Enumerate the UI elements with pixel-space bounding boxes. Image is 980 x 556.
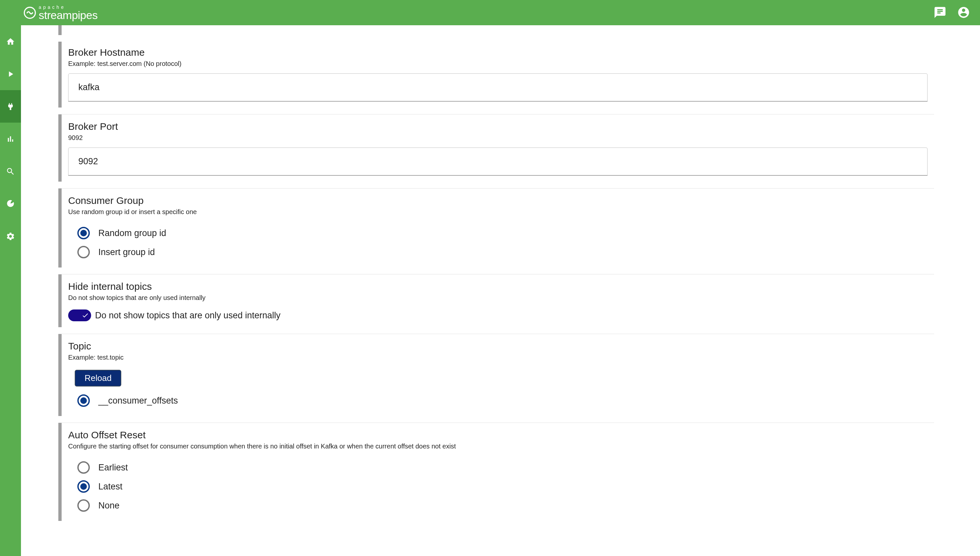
radio-label: __consumer_offsets <box>98 396 178 406</box>
sidebar-item-configuration[interactable] <box>0 220 21 252</box>
field-title: Hide internal topics <box>68 281 928 292</box>
radio-icon <box>77 246 90 258</box>
field-subtitle: Example: test.topic <box>68 354 928 361</box>
field-title: Topic <box>68 341 928 352</box>
radio-label: Insert group id <box>98 247 155 257</box>
field-subtitle: 9092 <box>68 134 928 142</box>
field-subtitle: Do not show topics that are only used in… <box>68 294 928 302</box>
field-title: Auto Offset Reset <box>68 430 928 441</box>
radio-icon <box>77 480 90 493</box>
broker-port-input[interactable] <box>68 147 928 176</box>
section-auto-offset: Auto Offset Reset Configure the starting… <box>58 423 934 521</box>
field-title: Broker Port <box>68 121 928 132</box>
search-icon <box>6 167 15 176</box>
sidebar <box>0 25 21 556</box>
hide-internal-toggle[interactable] <box>68 309 91 321</box>
radio-insert-group-id[interactable]: Insert group id <box>77 242 928 262</box>
sidebar-item-assets[interactable] <box>0 187 21 220</box>
sidebar-item-connect[interactable] <box>0 90 21 123</box>
sidebar-item-pipelines[interactable] <box>0 58 21 90</box>
plug-icon <box>6 102 15 111</box>
radio-topic-consumer-offsets[interactable]: __consumer_offsets <box>77 391 928 410</box>
radio-latest[interactable]: Latest <box>77 477 928 496</box>
radio-earliest[interactable]: Earliest <box>77 458 928 477</box>
gear-icon <box>6 232 15 241</box>
home-icon <box>6 37 15 46</box>
radio-icon <box>77 499 90 512</box>
section-broker-port: Broker Port 9092 <box>58 115 934 182</box>
chat-icon[interactable] <box>933 6 946 19</box>
radio-random-group-id[interactable]: Random group id <box>77 223 928 242</box>
radio-icon <box>77 394 90 407</box>
field-title: Broker Hostname <box>68 47 928 58</box>
broker-hostname-input[interactable] <box>68 73 928 102</box>
reload-button[interactable]: Reload <box>75 370 121 386</box>
radio-none[interactable]: None <box>77 496 928 515</box>
main-content: Broker Hostname Example: test.server.com… <box>21 25 980 556</box>
radio-label: None <box>98 501 119 511</box>
section-stub <box>58 25 934 35</box>
field-subtitle: Use random group id or insert a specific… <box>68 208 928 216</box>
radio-label: Random group id <box>98 228 166 238</box>
sidebar-item-data-explorer[interactable] <box>0 155 21 187</box>
play-icon <box>6 70 15 79</box>
section-hide-internal: Hide internal topics Do not show topics … <box>58 275 934 327</box>
check-icon <box>82 312 89 319</box>
sidebar-item-home[interactable] <box>0 25 21 58</box>
section-topic: Topic Example: test.topic Reload __consu… <box>58 334 934 416</box>
radio-label: Latest <box>98 482 123 492</box>
radio-icon <box>77 227 90 239</box>
section-consumer-group: Consumer Group Use random group id or in… <box>58 189 934 268</box>
bar-chart-icon <box>6 134 15 144</box>
field-subtitle: Example: test.server.com (No protocol) <box>68 60 928 68</box>
app-header: apache streampipes <box>0 0 980 25</box>
field-subtitle: Configure the starting offset for consum… <box>68 443 928 450</box>
streampipes-logo-icon <box>23 6 37 20</box>
robot-arm-icon <box>6 199 15 208</box>
brand-name: streampipes <box>39 10 98 21</box>
section-broker-hostname: Broker Hostname Example: test.server.com… <box>58 42 934 108</box>
toggle-label: Do not show topics that are only used in… <box>95 310 281 321</box>
sidebar-item-dashboard[interactable] <box>0 123 21 155</box>
brand-logo[interactable]: apache streampipes <box>23 5 98 21</box>
radio-label: Earliest <box>98 462 128 473</box>
radio-icon <box>77 461 90 474</box>
field-title: Consumer Group <box>68 195 928 206</box>
account-icon[interactable] <box>957 6 970 19</box>
